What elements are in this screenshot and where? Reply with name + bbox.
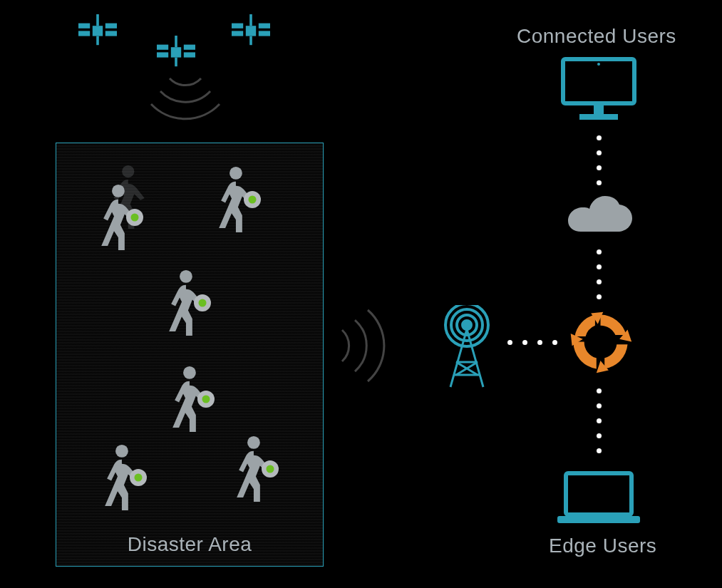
svg-rect-20 [249,36,252,46]
disaster-area-label: Disaster Area [128,533,252,556]
svg-rect-16 [232,31,243,36]
svg-rect-5 [96,14,99,26]
walking-person-icon [206,165,257,232]
dotted-connector-horizontal [507,340,557,345]
svg-point-30 [199,299,207,307]
geo-marker-icon [125,208,144,227]
geo-marker-icon [193,294,212,312]
svg-rect-3 [105,24,117,29]
signal-waves-right [335,296,413,396]
geo-marker-icon [243,190,262,209]
geo-marker-icon [261,460,279,478]
svg-point-37 [247,436,260,449]
walking-person-icon [88,182,140,250]
cloud-icon [567,196,634,242]
svg-point-31 [183,366,196,379]
satellite-cluster [71,14,278,88]
svg-rect-1 [78,24,90,29]
disaster-area: Disaster Area [56,143,324,567]
svg-rect-2 [78,31,90,36]
svg-point-25 [230,167,242,180]
svg-point-24 [131,214,139,222]
svg-rect-42 [594,105,604,114]
svg-rect-8 [157,45,168,50]
monitor-icon [559,56,638,126]
satellite-icon [71,14,278,86]
svg-rect-4 [105,31,117,36]
svg-point-22 [112,185,125,197]
svg-rect-14 [246,26,256,36]
radio-tower-icon [435,305,499,393]
svg-point-33 [202,396,210,403]
geo-marker-icon [197,390,215,408]
svg-point-44 [463,321,471,329]
dotted-connector-vertical [597,388,602,453]
svg-rect-43 [579,114,618,120]
dotted-connector-vertical [597,135,602,185]
svg-rect-7 [171,47,181,57]
svg-point-21 [122,165,134,177]
walking-person-icon [92,443,143,510]
walking-person-icon [156,268,207,336]
svg-rect-53 [557,516,640,523]
svg-point-34 [115,445,128,458]
svg-point-41 [597,63,600,66]
svg-rect-9 [157,52,168,57]
edge-users-label: Edge Users [549,535,656,557]
svg-rect-40 [563,59,634,103]
svg-rect-11 [184,52,195,57]
svg-rect-12 [175,36,177,47]
walking-person-icon [224,434,275,502]
svg-point-28 [180,270,192,283]
walking-person-icon [160,364,211,432]
svg-rect-13 [175,58,177,67]
svg-point-27 [249,196,257,204]
svg-rect-15 [232,24,243,29]
connected-users-label: Connected Users [517,25,676,48]
svg-point-39 [267,465,274,473]
sync-arrows-icon [567,308,634,378]
svg-rect-6 [96,36,99,46]
geo-marker-icon [129,468,148,487]
laptop-icon [556,470,641,530]
svg-rect-0 [93,26,103,36]
svg-rect-17 [259,24,270,29]
svg-rect-52 [566,473,631,515]
svg-rect-19 [249,14,252,26]
svg-point-36 [135,474,143,482]
dotted-connector-vertical [597,249,602,299]
svg-rect-10 [184,45,195,50]
svg-rect-18 [259,31,270,36]
